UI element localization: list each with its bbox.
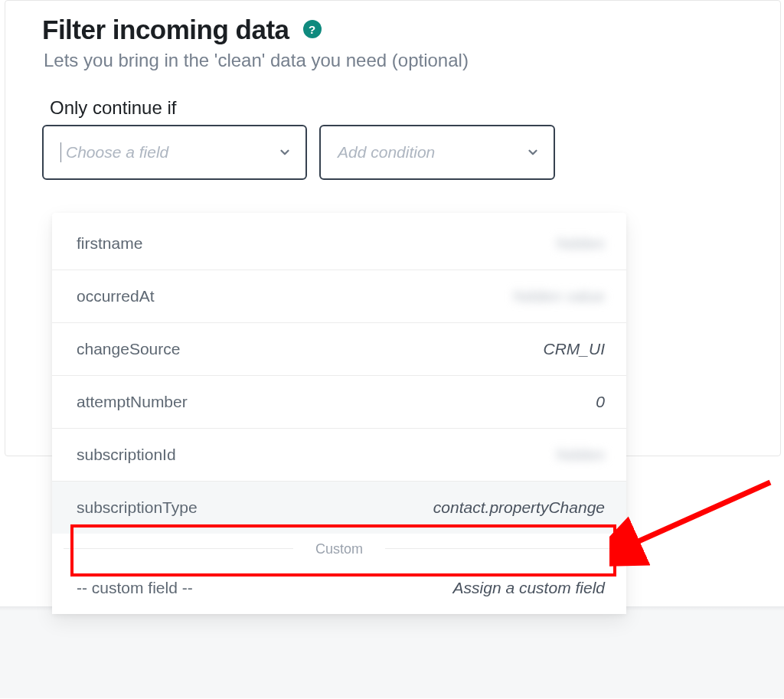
dropdown-section-custom: Custom <box>52 534 626 562</box>
page-title: Filter incoming data <box>42 15 289 45</box>
chevron-down-icon <box>526 145 540 159</box>
choose-field-placeholder: Choose a field <box>66 143 168 162</box>
dropdown-item-label: changeSource <box>77 340 180 358</box>
dropdown-item-value: 0 <box>596 393 605 411</box>
add-condition-select[interactable]: Add condition <box>319 125 555 180</box>
dropdown-item-label: occurredAt <box>77 287 155 305</box>
dropdown-item-label: -- custom field -- <box>77 579 193 597</box>
dropdown-item-value: Assign a custom field <box>453 579 605 597</box>
dropdown-item-changesource[interactable]: changeSource CRM_UI <box>52 323 626 376</box>
dropdown-item-custom-field[interactable]: -- custom field -- Assign a custom field <box>52 562 626 614</box>
dropdown-item-value: hidden <box>557 446 605 464</box>
page-subtitle: Lets you bring in the 'clean' data you n… <box>44 50 762 71</box>
dropdown-item-firstname[interactable]: firstname hidden <box>52 217 626 270</box>
chevron-down-icon <box>278 145 292 159</box>
dropdown-item-label: attemptNumber <box>77 393 188 411</box>
dropdown-item-value: hidden <box>557 234 605 253</box>
dropdown-item-value: hidden value <box>514 287 605 305</box>
page-footer-strip <box>0 606 784 698</box>
svg-line-1 <box>625 482 770 547</box>
dropdown-item-subscriptionid[interactable]: subscriptionId hidden <box>52 429 626 482</box>
annotation-arrow-icon <box>609 475 778 582</box>
dropdown-item-value: CRM_UI <box>543 340 605 358</box>
dropdown-item-occurredat[interactable]: occurredAt hidden value <box>52 270 626 323</box>
dropdown-item-value: contact.propertyChange <box>433 498 605 517</box>
text-cursor <box>60 142 61 162</box>
add-condition-placeholder: Add condition <box>338 143 435 162</box>
dropdown-item-label: subscriptionType <box>77 498 198 517</box>
field-dropdown: firstname hidden occurredAt hidden value… <box>52 213 626 614</box>
dropdown-item-subscriptiontype[interactable]: subscriptionType contact.propertyChange <box>52 482 626 534</box>
choose-field-select[interactable]: Choose a field <box>42 125 307 180</box>
help-icon[interactable]: ? <box>303 20 322 38</box>
dropdown-item-label: firstname <box>77 234 142 253</box>
dropdown-item-attemptnumber[interactable]: attemptNumber 0 <box>52 376 626 429</box>
only-continue-label: Only continue if <box>50 97 762 119</box>
dropdown-item-label: subscriptionId <box>77 446 176 464</box>
